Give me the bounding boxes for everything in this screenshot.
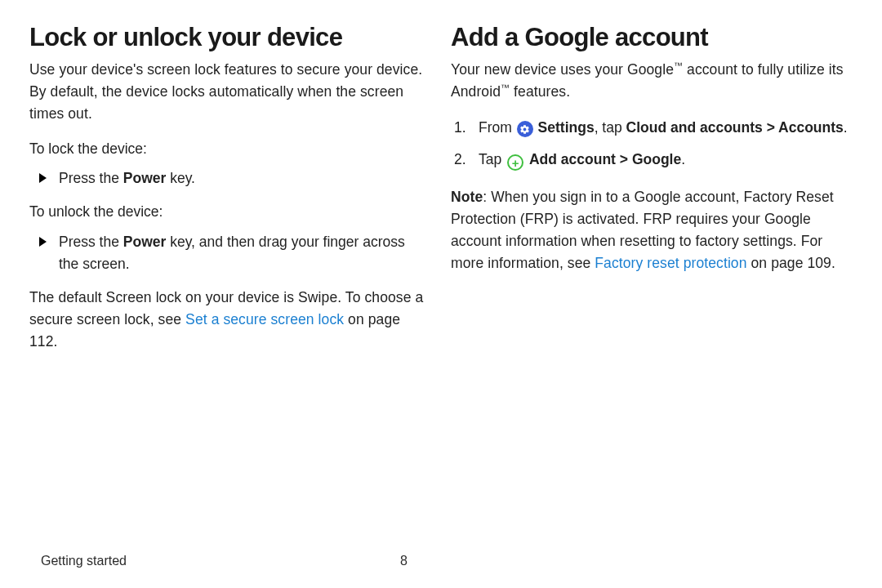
text: features. (510, 83, 570, 100)
trademark-symbol: ™ (674, 60, 683, 70)
text: on page 109. (747, 255, 835, 271)
lock-list: Press the Power key. (29, 167, 428, 189)
two-column-layout: Lock or unlock your device Use your devi… (29, 23, 849, 366)
page-footer: Getting started 8 (41, 554, 849, 568)
page-number: 8 (400, 554, 408, 568)
heading-lock-unlock: Lock or unlock your device (29, 23, 428, 52)
caret: > (763, 119, 778, 136)
accounts-bold: Accounts (778, 119, 844, 136)
link-factory-reset-protection[interactable]: Factory reset protection (595, 255, 746, 271)
lock-lead: To lock the device: (29, 138, 428, 159)
left-column: Lock or unlock your device Use your devi… (29, 23, 428, 366)
google-bold: Google (632, 151, 681, 167)
add-account-bold: Add account (529, 151, 616, 167)
trademark-symbol: ™ (501, 82, 510, 92)
lock-intro-text: Use your device's screen lock features t… (29, 59, 428, 125)
settings-icon (517, 121, 533, 137)
step-2: 2. Tap + Add account > Google. (472, 148, 849, 172)
note-text: Note: When you sign in to a Google accou… (451, 186, 849, 275)
text: . (844, 119, 848, 136)
text: key. (166, 170, 195, 186)
text: , tap (595, 119, 626, 136)
cloud-accounts-bold: Cloud and accounts (626, 119, 763, 136)
unlock-lead: To unlock the device: (29, 201, 428, 222)
text: . (681, 151, 685, 167)
step-1: 1. From Settings, tap Cloud and accounts… (472, 116, 849, 140)
power-key-bold: Power (123, 170, 167, 186)
text: Tap (479, 151, 506, 167)
text: Press the (59, 234, 123, 250)
text: Your new device uses your Google (451, 61, 674, 78)
lock-step: Press the Power key. (51, 167, 428, 189)
steps-list: 1. From Settings, tap Cloud and accounts… (451, 116, 849, 172)
settings-bold: Settings (538, 119, 595, 136)
step-number: 1. (454, 116, 466, 140)
footer-section: Getting started (41, 554, 127, 568)
text: Press the (59, 170, 123, 186)
step-number: 2. (454, 148, 466, 172)
link-set-secure-screen-lock[interactable]: Set a secure screen lock (185, 311, 344, 327)
google-intro-text: Your new device uses your Google™ accoun… (451, 59, 849, 103)
power-key-bold: Power (123, 234, 167, 250)
note-bold: Note (451, 189, 483, 205)
plus-icon: + (507, 154, 523, 171)
default-lock-text: The default Screen lock on your device i… (29, 287, 428, 353)
unlock-step: Press the Power key, and then drag your … (51, 231, 428, 275)
heading-add-google: Add a Google account (451, 23, 849, 52)
text: From (479, 119, 516, 136)
caret: > (616, 151, 632, 167)
unlock-list: Press the Power key, and then drag your … (29, 231, 428, 275)
right-column: Add a Google account Your new device use… (451, 23, 849, 366)
